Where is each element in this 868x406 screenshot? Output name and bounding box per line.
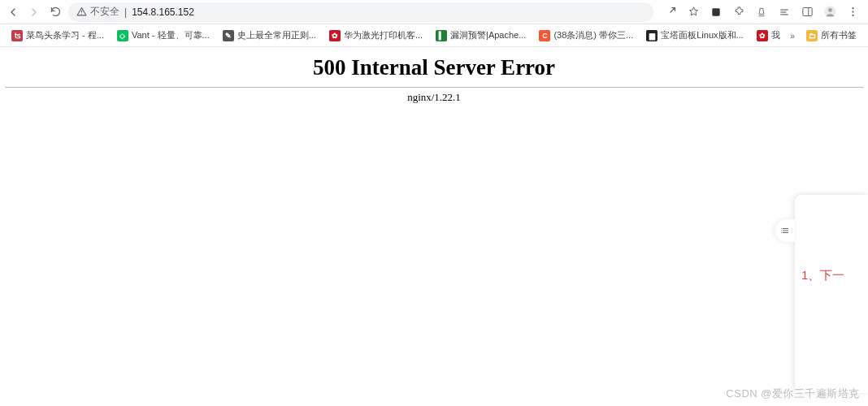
warning-icon (76, 6, 87, 17)
bookmark-favicon: ✿ (757, 30, 768, 41)
bookmark-item-3[interactable]: ✿华为激光打印机客... (324, 27, 427, 44)
bookmark-item-1[interactable]: ◇Vant - 轻量、可靠... (112, 27, 215, 44)
bookmarks-overflow-icon[interactable]: » (787, 31, 798, 41)
extension-icon-2[interactable] (754, 5, 769, 19)
menu-icon[interactable] (845, 5, 860, 19)
bookmark-item-6[interactable]: ▆宝塔面板Linux版和... (641, 27, 748, 44)
svg-point-9 (828, 8, 832, 12)
bookmark-label: 菜鸟头条学习 - 程... (26, 29, 104, 41)
security-label: 不安全 (90, 5, 119, 19)
side-panel-icon[interactable] (800, 5, 814, 19)
floating-side-panel: 1、下一 (795, 195, 868, 393)
bookmark-label: (38条消息) 带你三... (553, 29, 633, 41)
all-bookmarks-button[interactable]: 🗀 所有书签 (801, 27, 861, 44)
svg-point-18 (781, 232, 782, 233)
list-icon (780, 226, 790, 235)
bookmark-favicon: C (539, 30, 550, 41)
watermark-text: CSDN @爱你三千遍斯塔克 (726, 387, 860, 401)
bookmark-favicon: ✎ (223, 30, 234, 41)
bookmark-favicon: ✿ (329, 30, 341, 41)
toolbar-actions (663, 5, 863, 19)
share-icon[interactable] (663, 5, 678, 19)
bookmark-item-7[interactable]: ✿我的VPC-控制台 (752, 27, 780, 44)
svg-point-12 (852, 15, 853, 16)
bookmark-star-icon[interactable] (686, 5, 701, 19)
security-indicator[interactable]: 不安全 (76, 5, 119, 19)
extensions-icon[interactable] (731, 5, 746, 19)
profile-icon[interactable] (822, 5, 837, 19)
extension-icon-3[interactable] (777, 5, 792, 19)
bookmark-label: 我的VPC-控制台 (771, 29, 780, 41)
svg-point-16 (781, 228, 782, 229)
server-signature: nginx/1.22.1 (3, 91, 865, 104)
forward-button[interactable] (26, 4, 42, 20)
bookmark-label: 漏洞预警|Apache... (450, 29, 526, 41)
bookmark-favicon: ʦ (11, 30, 23, 41)
svg-rect-6 (802, 8, 811, 16)
bookmarks-bar: ʦ菜鸟头条学习 - 程...◇Vant - 轻量、可靠...✎史上最全常用正则.… (0, 24, 868, 47)
reload-button[interactable] (47, 4, 63, 20)
extension-icon-1[interactable] (709, 5, 723, 19)
page-content: 500 Internal Server Error nginx/1.22.1 (0, 55, 868, 104)
all-bookmarks-label: 所有书签 (821, 29, 857, 41)
svg-point-1 (81, 14, 82, 15)
bookmark-label: 宝塔面板Linux版和... (661, 29, 743, 41)
side-panel-text: 1、下一 (795, 195, 868, 283)
browser-toolbar: 不安全 | 154.8.165.152 (0, 0, 868, 24)
side-panel-toggle[interactable] (775, 219, 795, 242)
bookmark-item-5[interactable]: C(38条消息) 带你三... (534, 27, 638, 44)
svg-point-11 (852, 11, 853, 12)
bookmark-item-4[interactable]: ▍漏洞预警|Apache... (431, 27, 531, 44)
bookmark-label: 华为激光打印机客... (344, 29, 423, 41)
svg-point-10 (852, 7, 853, 9)
bookmark-favicon: ▍ (436, 30, 447, 41)
divider (5, 87, 863, 88)
bookmark-label: Vant - 轻量、可靠... (132, 29, 210, 41)
back-button[interactable] (5, 4, 21, 20)
folder-icon: 🗀 (806, 30, 818, 41)
bookmark-favicon: ▆ (646, 30, 658, 41)
address-bar[interactable]: 不安全 | 154.8.165.152 (68, 2, 653, 22)
svg-rect-2 (712, 8, 719, 15)
error-heading: 500 Internal Server Error (3, 55, 865, 80)
bookmark-label: 史上最全常用正则... (237, 29, 316, 41)
bookmark-favicon: ◇ (117, 30, 128, 41)
url-separator: | (124, 6, 127, 18)
url-text: 154.8.165.152 (132, 6, 194, 18)
svg-point-17 (781, 231, 782, 231)
bookmark-item-0[interactable]: ʦ菜鸟头条学习 - 程... (7, 27, 109, 44)
bookmark-item-2[interactable]: ✎史上最全常用正则... (218, 27, 321, 44)
